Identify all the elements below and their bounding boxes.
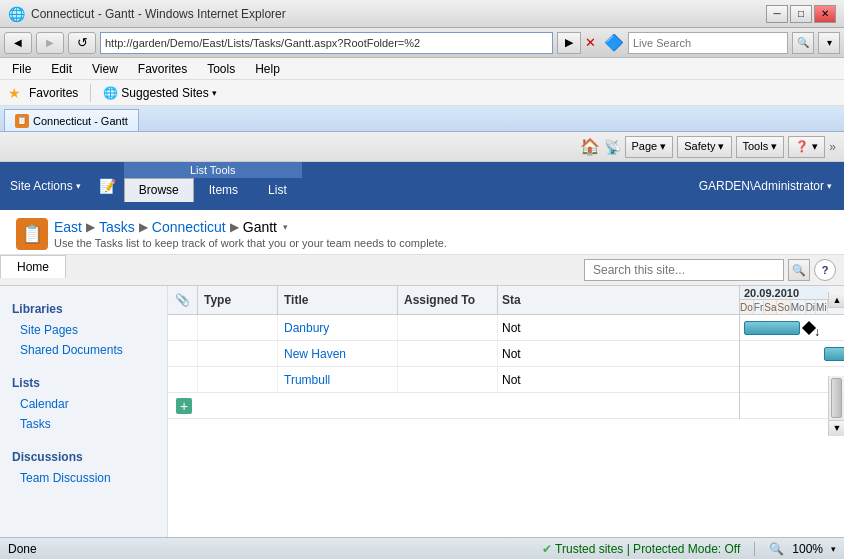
nav-discussions-title[interactable]: Discussions	[0, 442, 167, 468]
feed-icon-btn[interactable]: 📡	[604, 139, 621, 155]
nav-calendar[interactable]: Calendar	[0, 394, 167, 414]
maximize-button[interactable]: □	[790, 5, 812, 23]
gantt-header-row: 📎 Type Title Assigned To Sta 20.09.2010 …	[168, 286, 844, 315]
menu-view[interactable]: View	[88, 60, 122, 78]
gantt-body: Danbury Not ↓ New Haven	[168, 315, 844, 537]
refresh-button[interactable]: ↺	[68, 32, 96, 54]
add-item-button[interactable]: +	[176, 398, 192, 414]
stop-button[interactable]: ✕	[585, 35, 596, 50]
menu-bar: File Edit View Favorites Tools Help	[0, 58, 844, 80]
address-bar: ◀ ▶ ↺ ▶ ✕ 🔷 🔍 ▾	[0, 28, 844, 58]
day-di: Di	[806, 300, 816, 314]
help-button[interactable]: ?	[814, 259, 836, 281]
site-search-input[interactable]	[584, 259, 784, 281]
breadcrumb-area: 📋 East ▶ Tasks ▶ Connecticut ▶ Gantt ▾ U…	[0, 210, 844, 255]
day-mi: Mi	[816, 300, 828, 314]
live-search-input[interactable]	[628, 32, 788, 54]
list-icon: 📋	[16, 218, 48, 250]
help-menu-btn[interactable]: ❓ ▾	[788, 136, 825, 158]
page-edit-button[interactable]: 📝	[91, 162, 124, 210]
gantt-right-header: 20.09.2010 Do Fr Sa So Mo Di Mi Do Fr Sa…	[740, 286, 828, 314]
gantt-bar-newhaven[interactable]	[824, 347, 844, 361]
menu-favorites[interactable]: Favorites	[134, 60, 191, 78]
nav-site-pages[interactable]: Site Pages	[0, 320, 167, 340]
gantt-bar-danbury[interactable]	[744, 321, 800, 335]
nav-lists-title[interactable]: Lists	[0, 368, 167, 394]
zoom-icon: 🔍	[769, 542, 784, 556]
ie-toolbar: 🏠 📡 Page ▾ Safety ▾ Tools ▾ ❓ ▾ »	[0, 132, 844, 162]
tab-items[interactable]: Items	[194, 178, 253, 202]
bc-arrow-2: ▶	[139, 220, 148, 234]
home-tab[interactable]: Home	[0, 255, 66, 278]
add-item-row: + ▼	[168, 393, 844, 419]
user-name[interactable]: GARDEN\Administrator	[699, 179, 824, 193]
col-header-attach: 📎	[168, 286, 198, 314]
favorites-label[interactable]: Favorites	[29, 86, 78, 100]
toolbar-expand-btn[interactable]: »	[829, 140, 836, 154]
favorites-bar: ★ Favorites 🌐 Suggested Sites ▾	[0, 80, 844, 106]
address-input[interactable]	[100, 32, 553, 54]
nav-tasks[interactable]: Tasks	[0, 414, 167, 434]
page-wrapper: 🌐 Connecticut - Gantt - Windows Internet…	[0, 0, 844, 559]
table-row: New Haven Not ↓	[168, 341, 844, 367]
col-header-assigned[interactable]: Assigned To	[398, 286, 498, 314]
page-menu-btn[interactable]: Page ▾	[625, 136, 674, 158]
site-actions-button[interactable]: Site Actions ▾	[0, 162, 91, 210]
search-area: 🔍 ?	[576, 255, 844, 285]
status-bar: Done ✔ Trusted sites | Protected Mode: O…	[0, 537, 844, 559]
table-row: Danbury Not ↓	[168, 315, 844, 341]
col-header-type[interactable]: Type	[198, 286, 278, 314]
breadcrumb-text: East ▶ Tasks ▶ Connecticut ▶ Gantt ▾ Use…	[54, 219, 447, 249]
close-button[interactable]: ✕	[814, 5, 836, 23]
cell-title-newhaven[interactable]: New Haven	[278, 341, 398, 367]
gantt-days-header: Do Fr Sa So Mo Di Mi Do Fr Sa So	[740, 300, 828, 314]
cell-attach-1	[168, 315, 198, 341]
scroll-up-arrow[interactable]: ▲	[829, 292, 844, 308]
col-header-title[interactable]: Title	[278, 286, 398, 314]
site-actions-arrow: ▾	[76, 181, 81, 191]
cell-title-trumbull[interactable]: Trumbull	[278, 367, 398, 393]
minimize-button[interactable]: ─	[766, 5, 788, 23]
user-area: GARDEN\Administrator ▾	[302, 162, 844, 210]
forward-button[interactable]: ▶	[36, 32, 64, 54]
breadcrumb-tasks[interactable]: Tasks	[99, 219, 135, 235]
safety-menu-btn[interactable]: Safety ▾	[677, 136, 731, 158]
nav-libraries-title[interactable]: Libraries	[0, 294, 167, 320]
day-mo: Mo	[791, 300, 806, 314]
zoom-arrow[interactable]: ▾	[831, 544, 836, 554]
menu-file[interactable]: File	[8, 60, 35, 78]
breadcrumb-nav: East ▶ Tasks ▶ Connecticut ▶ Gantt ▾	[54, 219, 447, 235]
list-tools-label: List Tools	[124, 162, 302, 178]
scroll-down-arrow[interactable]: ▼	[829, 420, 844, 436]
vertical-scrollbar[interactable]: ▲	[828, 292, 844, 308]
menu-edit[interactable]: Edit	[47, 60, 76, 78]
suggested-sites-item[interactable]: 🌐 Suggested Sites ▾	[103, 86, 216, 100]
home-icon-btn[interactable]: 🏠	[580, 137, 600, 156]
user-menu-arrow[interactable]: ▾	[827, 181, 832, 191]
day-sa: Sa	[764, 300, 777, 314]
tab-title: Connecticut - Gantt	[33, 115, 128, 127]
suggested-sites-icon: 🌐	[103, 86, 118, 100]
menu-help[interactable]: Help	[251, 60, 284, 78]
go-button[interactable]: ▶	[557, 32, 581, 54]
tab-list[interactable]: List	[253, 178, 302, 202]
breadcrumb-dropdown-arrow[interactable]: ▾	[283, 222, 288, 232]
cell-title-danbury[interactable]: Danbury	[278, 315, 398, 341]
nav-team-discussion[interactable]: Team Discussion	[0, 468, 167, 488]
breadcrumb-connecticut[interactable]: Connecticut	[152, 219, 226, 235]
tools-menu-btn[interactable]: Tools ▾	[736, 136, 785, 158]
browser-tab-gantt[interactable]: 📋 Connecticut - Gantt	[4, 109, 139, 131]
tab-browse[interactable]: Browse	[124, 178, 194, 202]
back-button[interactable]: ◀	[4, 32, 32, 54]
favorites-separator	[90, 84, 91, 102]
col-header-status[interactable]: Sta	[498, 286, 538, 314]
nav-shared-documents[interactable]: Shared Documents	[0, 340, 167, 360]
status-text: Done	[8, 542, 37, 556]
browser-icon: 🌐	[8, 6, 25, 22]
search-options-button[interactable]: ▾	[818, 32, 840, 54]
breadcrumb-east[interactable]: East	[54, 219, 82, 235]
site-search-button[interactable]: 🔍	[788, 259, 810, 281]
menu-tools[interactable]: Tools	[203, 60, 239, 78]
cell-status-1: Not	[498, 315, 538, 341]
live-search-button[interactable]: 🔍	[792, 32, 814, 54]
